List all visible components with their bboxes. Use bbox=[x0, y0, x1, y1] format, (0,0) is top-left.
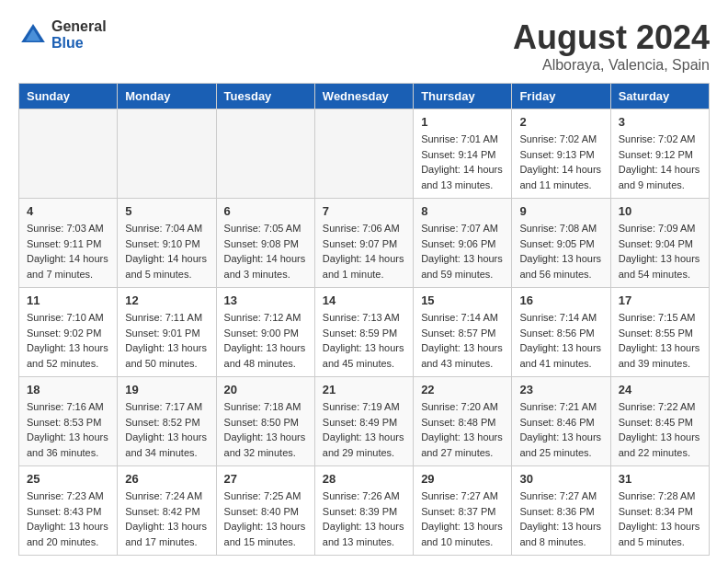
sunrise: Sunrise: 7:04 AM bbox=[125, 223, 202, 234]
day-number: 15 bbox=[421, 293, 504, 307]
day-info: Sunrise: 7:16 AM Sunset: 8:53 PM Dayligh… bbox=[27, 399, 109, 460]
day-info: Sunrise: 7:06 AM Sunset: 9:07 PM Dayligh… bbox=[323, 221, 405, 282]
calendar-cell: 14 Sunrise: 7:13 AM Sunset: 8:59 PM Dayl… bbox=[314, 288, 413, 377]
sunset: Sunset: 9:10 PM bbox=[125, 238, 199, 249]
day-info: Sunrise: 7:11 AM Sunset: 9:01 PM Dayligh… bbox=[125, 310, 208, 371]
calendar-cell: 25 Sunrise: 7:23 AM Sunset: 8:43 PM Dayl… bbox=[19, 466, 118, 556]
sunrise: Sunrise: 7:11 AM bbox=[125, 312, 202, 323]
sunrise: Sunrise: 7:14 AM bbox=[519, 312, 597, 323]
day-info: Sunrise: 7:27 AM Sunset: 8:36 PM Dayligh… bbox=[519, 488, 602, 549]
sunset: Sunset: 8:49 PM bbox=[323, 417, 397, 428]
sunrise: Sunrise: 7:23 AM bbox=[27, 490, 104, 501]
sunrise: Sunrise: 7:16 AM bbox=[27, 401, 104, 412]
daylight: Daylight: 13 hours and 39 minutes. bbox=[619, 342, 700, 369]
calendar-cell: 23 Sunrise: 7:21 AM Sunset: 8:46 PM Dayl… bbox=[512, 377, 610, 466]
sunset: Sunset: 8:57 PM bbox=[421, 327, 495, 339]
day-number: 4 bbox=[27, 204, 109, 218]
sunrise: Sunrise: 7:05 AM bbox=[224, 223, 301, 234]
calendar-cell: 1 Sunrise: 7:01 AM Sunset: 9:14 PM Dayli… bbox=[414, 109, 512, 199]
day-info: Sunrise: 7:23 AM Sunset: 8:43 PM Dayligh… bbox=[27, 488, 109, 549]
day-info: Sunrise: 7:26 AM Sunset: 8:39 PM Dayligh… bbox=[323, 488, 405, 549]
daylight: Daylight: 13 hours and 25 minutes. bbox=[519, 431, 601, 458]
calendar-cell: 6 Sunrise: 7:05 AM Sunset: 9:08 PM Dayli… bbox=[216, 199, 314, 288]
day-info: Sunrise: 7:02 AM Sunset: 9:13 PM Dayligh… bbox=[519, 132, 602, 192]
sunset: Sunset: 8:59 PM bbox=[323, 327, 397, 339]
calendar-cell: 20 Sunrise: 7:18 AM Sunset: 8:50 PM Dayl… bbox=[216, 377, 314, 466]
sunrise: Sunrise: 7:03 AM bbox=[27, 223, 104, 234]
sunset: Sunset: 9:06 PM bbox=[421, 238, 495, 249]
sunrise: Sunrise: 7:17 AM bbox=[125, 401, 202, 412]
daylight: Daylight: 13 hours and 52 minutes. bbox=[27, 342, 108, 369]
sunrise: Sunrise: 7:28 AM bbox=[619, 490, 696, 501]
day-info: Sunrise: 7:17 AM Sunset: 8:52 PM Dayligh… bbox=[125, 399, 208, 460]
day-number: 17 bbox=[619, 293, 701, 307]
day-number: 3 bbox=[619, 115, 701, 129]
calendar-cell: 24 Sunrise: 7:22 AM Sunset: 8:45 PM Dayl… bbox=[610, 377, 709, 466]
weekday-header: Wednesday bbox=[314, 84, 413, 109]
weekday-header: Friday bbox=[512, 84, 610, 109]
calendar-table: SundayMondayTuesdayWednesdayThursdayFrid… bbox=[18, 83, 710, 556]
sunrise: Sunrise: 7:08 AM bbox=[519, 223, 597, 234]
daylight: Daylight: 13 hours and 56 minutes. bbox=[519, 253, 601, 280]
weekday-header: Sunday bbox=[19, 84, 118, 109]
daylight: Daylight: 14 hours and 1 minute. bbox=[323, 253, 404, 280]
day-number: 27 bbox=[224, 472, 307, 486]
weekday-header: Tuesday bbox=[216, 84, 314, 109]
day-number: 7 bbox=[323, 204, 405, 218]
sunset: Sunset: 9:13 PM bbox=[519, 149, 594, 160]
day-info: Sunrise: 7:14 AM Sunset: 8:57 PM Dayligh… bbox=[421, 310, 504, 371]
calendar-cell: 15 Sunrise: 7:14 AM Sunset: 8:57 PM Dayl… bbox=[414, 288, 512, 377]
day-info: Sunrise: 7:14 AM Sunset: 8:56 PM Dayligh… bbox=[519, 310, 602, 371]
calendar-cell: 29 Sunrise: 7:27 AM Sunset: 8:37 PM Dayl… bbox=[414, 466, 512, 556]
daylight: Daylight: 13 hours and 54 minutes. bbox=[619, 253, 700, 280]
calendar-cell: 9 Sunrise: 7:08 AM Sunset: 9:05 PM Dayli… bbox=[512, 199, 610, 288]
calendar-cell bbox=[216, 109, 314, 199]
day-info: Sunrise: 7:03 AM Sunset: 9:11 PM Dayligh… bbox=[27, 221, 109, 282]
sunset: Sunset: 9:01 PM bbox=[125, 327, 199, 339]
day-number: 21 bbox=[323, 383, 405, 396]
sunset: Sunset: 8:46 PM bbox=[519, 417, 594, 428]
calendar-cell: 27 Sunrise: 7:25 AM Sunset: 8:40 PM Dayl… bbox=[216, 466, 314, 556]
daylight: Daylight: 13 hours and 29 minutes. bbox=[323, 431, 404, 458]
day-number: 28 bbox=[323, 472, 405, 486]
calendar-cell: 7 Sunrise: 7:06 AM Sunset: 9:07 PM Dayli… bbox=[314, 199, 413, 288]
daylight: Daylight: 13 hours and 5 minutes. bbox=[619, 521, 700, 547]
day-number: 5 bbox=[125, 204, 208, 218]
sunset: Sunset: 8:42 PM bbox=[125, 506, 199, 517]
sunrise: Sunrise: 7:24 AM bbox=[125, 490, 202, 501]
daylight: Daylight: 13 hours and 22 minutes. bbox=[619, 431, 700, 458]
sunset: Sunset: 8:40 PM bbox=[224, 506, 299, 517]
day-number: 20 bbox=[224, 383, 307, 396]
calendar-cell: 31 Sunrise: 7:28 AM Sunset: 8:34 PM Dayl… bbox=[610, 466, 709, 556]
sunrise: Sunrise: 7:02 AM bbox=[519, 133, 597, 144]
month-title: August 2024 bbox=[513, 18, 710, 57]
sunrise: Sunrise: 7:01 AM bbox=[421, 133, 498, 144]
title-block: August 2024 Alboraya, Valencia, Spain bbox=[513, 18, 710, 74]
calendar-cell: 18 Sunrise: 7:16 AM Sunset: 8:53 PM Dayl… bbox=[19, 377, 118, 466]
calendar-cell: 22 Sunrise: 7:20 AM Sunset: 8:48 PM Dayl… bbox=[414, 377, 512, 466]
day-info: Sunrise: 7:12 AM Sunset: 9:00 PM Dayligh… bbox=[224, 310, 307, 371]
day-number: 16 bbox=[519, 293, 602, 307]
calendar-cell: 13 Sunrise: 7:12 AM Sunset: 9:00 PM Dayl… bbox=[216, 288, 314, 377]
calendar-cell: 8 Sunrise: 7:07 AM Sunset: 9:06 PM Dayli… bbox=[414, 199, 512, 288]
sunrise: Sunrise: 7:09 AM bbox=[619, 223, 696, 234]
day-info: Sunrise: 7:01 AM Sunset: 9:14 PM Dayligh… bbox=[421, 132, 504, 192]
calendar-cell: 5 Sunrise: 7:04 AM Sunset: 9:10 PM Dayli… bbox=[118, 199, 216, 288]
day-number: 14 bbox=[323, 293, 405, 307]
day-info: Sunrise: 7:02 AM Sunset: 9:12 PM Dayligh… bbox=[619, 132, 701, 192]
day-info: Sunrise: 7:07 AM Sunset: 9:06 PM Dayligh… bbox=[421, 221, 504, 282]
sunrise: Sunrise: 7:26 AM bbox=[323, 490, 400, 501]
day-info: Sunrise: 7:04 AM Sunset: 9:10 PM Dayligh… bbox=[125, 221, 208, 282]
sunset: Sunset: 9:05 PM bbox=[519, 238, 594, 249]
daylight: Daylight: 13 hours and 50 minutes. bbox=[125, 342, 207, 369]
daylight: Daylight: 13 hours and 10 minutes. bbox=[421, 521, 503, 547]
sunrise: Sunrise: 7:19 AM bbox=[323, 401, 400, 412]
day-number: 18 bbox=[27, 383, 109, 396]
sunset: Sunset: 9:08 PM bbox=[224, 238, 299, 249]
sunset: Sunset: 8:37 PM bbox=[421, 506, 495, 517]
calendar-cell: 4 Sunrise: 7:03 AM Sunset: 9:11 PM Dayli… bbox=[19, 199, 118, 288]
sunset: Sunset: 8:56 PM bbox=[519, 327, 594, 339]
sunset: Sunset: 9:14 PM bbox=[421, 149, 495, 160]
day-number: 9 bbox=[519, 204, 602, 218]
sunrise: Sunrise: 7:20 AM bbox=[421, 401, 498, 412]
